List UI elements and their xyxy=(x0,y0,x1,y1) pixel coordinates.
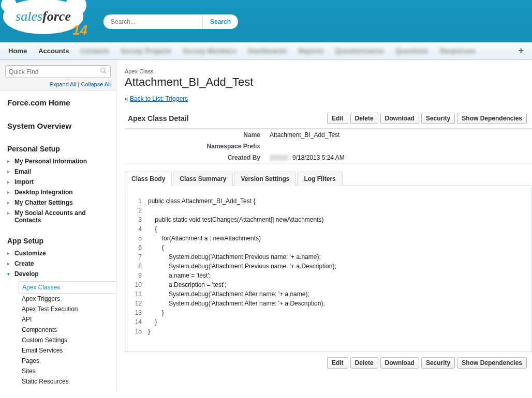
detail-table: NameAttachment_BI_Add_Test Namespace Pre… xyxy=(125,128,532,164)
sidebar-subitem[interactable]: Apex Test Execution xyxy=(22,304,109,314)
edit-button[interactable]: Edit xyxy=(327,113,348,124)
createdby-date: 9/18/2013 5:24 AM xyxy=(292,154,345,161)
back-link[interactable]: Back to List: Triggers xyxy=(130,95,188,102)
sidebar-item[interactable]: My Personal Information xyxy=(7,156,109,166)
code-text: for(Attachment a : newAttachments) xyxy=(148,234,261,243)
sidebar-item[interactable]: My Chatter Settings xyxy=(7,197,109,208)
code-line: 1public class Attachment_BI_Add_Test { xyxy=(132,196,524,206)
line-number: 9 xyxy=(132,271,148,280)
search-button[interactable]: Search xyxy=(202,14,238,29)
expand-collapse-links: Expand All | Collapse All xyxy=(5,78,111,87)
sidebar-item-customize[interactable]: Customize xyxy=(7,248,109,258)
svg-line-1 xyxy=(105,72,107,74)
breadcrumb: Apex Class xyxy=(125,68,532,74)
sidebar-item[interactable]: Import xyxy=(7,177,109,187)
field-label-createdby: Created By xyxy=(125,154,270,161)
search-icon xyxy=(100,67,107,76)
line-number: 13 xyxy=(132,308,148,317)
line-number: 10 xyxy=(132,280,148,289)
expand-all-link[interactable]: Expand All xyxy=(50,81,77,87)
tab-log-filters[interactable]: Log Filters xyxy=(297,172,342,186)
logo[interactable]: salesforce 14 xyxy=(3,0,83,34)
code-line: 2 xyxy=(132,206,524,215)
show-dependencies-button[interactable]: Show Dependencies xyxy=(457,357,527,369)
edit-button[interactable]: Edit xyxy=(327,357,348,369)
search-input[interactable] xyxy=(104,15,202,28)
nav-blurred[interactable]: Responses xyxy=(440,47,476,55)
line-number: 2 xyxy=(132,206,148,215)
sidebar-subitem[interactable]: Email Services xyxy=(22,345,109,356)
tab-version-settings[interactable]: Version Settings xyxy=(234,172,296,186)
sidebar-subitem[interactable]: API xyxy=(22,314,109,325)
global-search: Search xyxy=(104,14,238,29)
code-line: 15} xyxy=(132,327,524,336)
code-text: } xyxy=(148,308,164,317)
sidebar-subitem-apex-classes[interactable]: Apex Classes xyxy=(19,281,116,294)
section-title: Apex Class Detail xyxy=(128,114,189,123)
sidebar-subitem[interactable]: Custom Settings xyxy=(22,335,109,345)
line-number: 5 xyxy=(132,234,148,243)
sidebar-item[interactable]: Desktop Integration xyxy=(7,187,109,197)
sidebar-subitem[interactable]: Pages xyxy=(22,356,109,366)
delete-button[interactable]: Delete xyxy=(350,113,378,124)
security-button[interactable]: Security xyxy=(421,357,455,369)
tab-class-summary[interactable]: Class Summary xyxy=(173,172,233,186)
createdby-user[interactable] xyxy=(270,155,288,161)
tab-class-body[interactable]: Class Body xyxy=(125,172,172,186)
nav-blurred[interactable]: Dashboards xyxy=(248,47,287,55)
sidebar-force-home[interactable]: Force.com Home xyxy=(7,98,109,107)
nav-blurred[interactable]: Questionnaires xyxy=(335,47,385,55)
nav-blurred[interactable]: Questions xyxy=(395,47,428,55)
code-text: } xyxy=(148,317,157,327)
nav-blurred[interactable]: Reports xyxy=(298,47,323,55)
sidebar-item[interactable]: My Social Accounts and Contacts xyxy=(7,208,109,225)
code-text: System.debug('Attachment After name: '+ … xyxy=(148,299,325,308)
code-text: } xyxy=(148,327,150,336)
sidebar-subitem[interactable]: Apex Triggers xyxy=(22,294,109,304)
quick-find[interactable] xyxy=(5,65,111,78)
app-header: salesforce 14 Search xyxy=(0,0,532,42)
nav-blurred[interactable]: Survey Members xyxy=(183,47,237,55)
code-text: System.debug('Attachment Previous name: … xyxy=(148,262,336,271)
nav-blurred[interactable]: Contacts xyxy=(80,47,109,55)
sidebar-item-create[interactable]: Create xyxy=(7,258,109,269)
field-label-namespace: Namespace Prefix xyxy=(125,143,270,150)
line-number: 14 xyxy=(132,317,148,327)
top-nav: Home Accounts Contacts Survey Projects S… xyxy=(0,42,532,60)
code-line: 4 { xyxy=(132,224,524,234)
code-line: 12 System.debug('Attachment After name: … xyxy=(132,299,524,308)
sidebar-subitem[interactable]: Components xyxy=(22,325,109,335)
field-value-name: Attachment_BI_Add_Test xyxy=(270,131,339,139)
code-line: 3 public static void testChanges(Attachm… xyxy=(132,215,524,224)
security-button[interactable]: Security xyxy=(421,113,455,124)
sidebar-personal-setup: Personal Setup xyxy=(7,145,109,153)
sidebar-system-overview[interactable]: System Overview xyxy=(7,121,109,130)
code-line: 6 { xyxy=(132,243,524,252)
code-text: a.Description = 'test'; xyxy=(148,280,226,289)
sidebar-item[interactable]: Email xyxy=(7,166,109,177)
sidebar-subitem[interactable]: Sites xyxy=(22,366,109,376)
page-title: Attachment_BI_Add_Test xyxy=(125,75,532,89)
nav-accounts[interactable]: Accounts xyxy=(38,47,69,55)
nav-blurred[interactable]: Survey Projects xyxy=(121,47,171,55)
code-line: 14 } xyxy=(132,317,524,327)
line-number: 11 xyxy=(132,289,148,299)
quick-find-input[interactable] xyxy=(9,68,100,75)
line-number: 1 xyxy=(132,196,148,206)
sidebar-subitem[interactable]: Static Resources xyxy=(22,376,109,387)
line-number: 8 xyxy=(132,262,148,271)
line-number: 12 xyxy=(132,299,148,308)
show-dependencies-button[interactable]: Show Dependencies xyxy=(457,113,527,124)
download-button[interactable]: Download xyxy=(380,113,419,124)
field-label-name: Name xyxy=(125,131,270,139)
nav-add-tab[interactable]: + xyxy=(518,45,524,56)
download-button[interactable]: Download xyxy=(380,357,419,369)
code-text: public static void testChanges(Attachmen… xyxy=(148,215,324,224)
nav-home[interactable]: Home xyxy=(8,47,27,55)
delete-button[interactable]: Delete xyxy=(350,357,378,369)
collapse-all-link[interactable]: Collapse All xyxy=(81,81,111,87)
code-line: 5 for(Attachment a : newAttachments) xyxy=(132,234,524,243)
sidebar-item-develop[interactable]: Develop xyxy=(7,269,109,279)
code-text: a.name = 'test'; xyxy=(148,271,211,280)
code-line: 9 a.name = 'test'; xyxy=(132,271,524,280)
